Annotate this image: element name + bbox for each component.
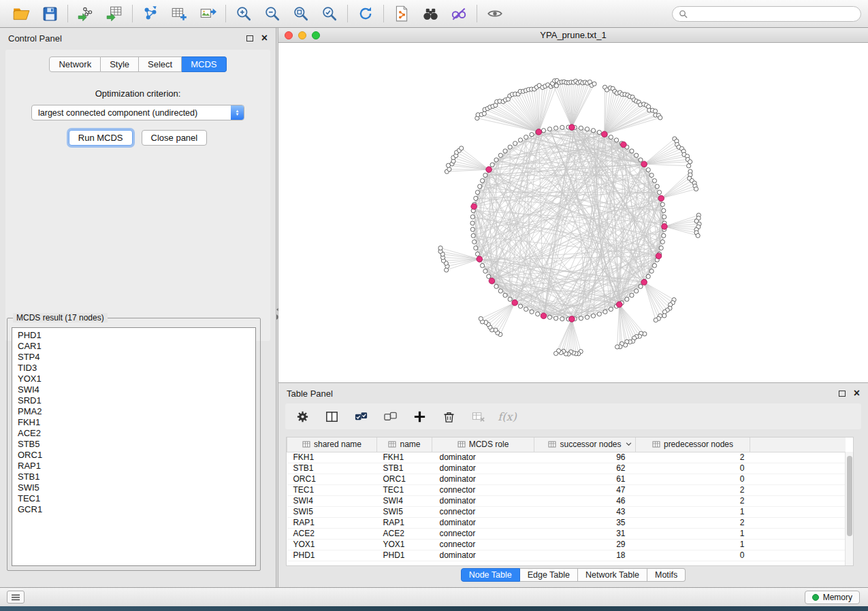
table-row[interactable]: SWI5SWI5connector431 — [287, 506, 846, 517]
dominator-node[interactable] — [616, 301, 622, 308]
optimization-criterion-select[interactable]: largest connected component (undirected)… — [31, 105, 244, 120]
column-header-successor-nodes[interactable]: successor nodes — [534, 437, 636, 452]
float-panel-icon[interactable] — [246, 35, 253, 42]
dominator-node[interactable] — [602, 131, 608, 137]
column-header-mcds-role[interactable]: MCDS role — [432, 437, 534, 452]
zoom-selected-button[interactable] — [315, 2, 344, 25]
network-node[interactable] — [657, 191, 661, 195]
network-node[interactable] — [530, 310, 534, 314]
network-node[interactable] — [609, 135, 613, 139]
network-node[interactable] — [518, 138, 522, 142]
network-node[interactable] — [553, 316, 558, 320]
dominator-node[interactable] — [621, 142, 627, 148]
network-node[interactable] — [658, 116, 662, 120]
network-node[interactable] — [470, 221, 475, 225]
result-node[interactable]: CAR1 — [12, 341, 255, 352]
network-node[interactable] — [547, 315, 551, 319]
network-node[interactable] — [483, 269, 487, 273]
network-node[interactable] — [518, 304, 522, 308]
network-node[interactable] — [655, 184, 659, 188]
result-node[interactable]: RAP1 — [12, 461, 255, 472]
mcds-result-list[interactable]: PHD1CAR1STP4TID3YOX1SWI4SRD1PMA2FKH1ACE2… — [12, 327, 256, 566]
result-node[interactable]: ORC1 — [12, 450, 255, 461]
import-network-button[interactable] — [71, 2, 100, 25]
network-node[interactable] — [625, 297, 629, 301]
search-network-button[interactable] — [416, 2, 445, 25]
result-node[interactable]: PMA2 — [12, 406, 255, 417]
dominator-node[interactable] — [477, 257, 483, 263]
network-node[interactable] — [654, 318, 658, 322]
network-node[interactable] — [513, 142, 517, 146]
result-node[interactable]: SRD1 — [12, 395, 255, 406]
table-row[interactable]: SWI4SWI4dominator462 — [287, 495, 846, 506]
network-node[interactable] — [478, 184, 482, 188]
result-node[interactable]: STB1 — [12, 472, 255, 482]
delete-column-button[interactable] — [437, 406, 460, 427]
network-node[interactable] — [474, 196, 478, 200]
network-node[interactable] — [662, 215, 666, 219]
result-node[interactable]: YOX1 — [12, 374, 255, 384]
table-row[interactable]: RAP1RAP1dominator352 — [287, 517, 846, 528]
result-node[interactable]: SWI5 — [12, 482, 255, 493]
network-node[interactable] — [475, 252, 479, 256]
network-node[interactable] — [490, 163, 494, 167]
network-node[interactable] — [470, 215, 475, 219]
network-node[interactable] — [662, 233, 666, 237]
network-node[interactable] — [649, 173, 654, 177]
dominator-node[interactable] — [541, 313, 547, 319]
tab-style[interactable]: Style — [101, 56, 139, 72]
table-row[interactable]: YOX1YOX1connector291 — [287, 539, 846, 550]
network-node[interactable] — [460, 146, 464, 150]
network-canvas[interactable] — [278, 43, 868, 382]
network-node[interactable] — [652, 263, 656, 267]
column-header-predecessor-nodes[interactable]: predecessor nodes — [636, 437, 750, 452]
delete-table-button[interactable] — [466, 406, 489, 427]
memory-button[interactable]: Memory — [805, 591, 860, 604]
network-node[interactable] — [688, 160, 692, 164]
refresh-button[interactable] — [351, 2, 380, 25]
tab-network[interactable]: Network — [49, 56, 101, 72]
network-window-titlebar[interactable]: YPA_prune.txt_1 — [278, 28, 868, 43]
result-node[interactable]: TEC1 — [12, 493, 255, 504]
network-node[interactable] — [662, 208, 666, 212]
network-node[interactable] — [597, 312, 601, 316]
network-node[interactable] — [634, 153, 639, 157]
network-node[interactable] — [524, 135, 528, 139]
network-node[interactable] — [639, 284, 643, 288]
result-node[interactable]: STB5 — [12, 439, 255, 450]
network-node[interactable] — [508, 145, 512, 149]
network-node[interactable] — [536, 312, 540, 316]
network-node[interactable] — [591, 314, 595, 318]
network-node[interactable] — [579, 126, 583, 130]
network-node[interactable] — [483, 173, 487, 177]
tab-network-table[interactable]: Network Table — [578, 568, 647, 582]
network-node[interactable] — [553, 351, 558, 355]
network-node[interactable] — [630, 293, 634, 297]
network-node[interactable] — [447, 167, 451, 171]
dominator-node[interactable] — [569, 125, 575, 131]
result-node[interactable]: ACE2 — [12, 428, 255, 439]
tab-select[interactable]: Select — [139, 56, 182, 72]
network-node[interactable] — [503, 293, 507, 297]
table-row[interactable]: PHD1PHD1dominator180 — [287, 550, 846, 561]
hide-selection-button[interactable] — [445, 2, 473, 25]
network-node[interactable] — [503, 149, 507, 153]
network-node[interactable] — [530, 133, 534, 137]
network-node[interactable] — [438, 246, 443, 250]
network-node[interactable] — [487, 274, 491, 278]
network-node[interactable] — [660, 240, 664, 244]
network-node[interactable] — [472, 240, 477, 244]
result-node[interactable]: SWI4 — [12, 384, 255, 395]
select-all-columns-button[interactable] — [349, 406, 372, 427]
table-row[interactable]: STB1STB1dominator620 — [287, 463, 846, 474]
dominator-node[interactable] — [662, 224, 668, 230]
table-row[interactable]: FKH1FKH1dominator962 — [287, 452, 846, 463]
unselect-all-columns-button[interactable] — [379, 406, 402, 427]
network-node[interactable] — [524, 307, 528, 311]
result-node[interactable]: TID3 — [12, 363, 255, 374]
dominator-node[interactable] — [471, 203, 477, 210]
network-node[interactable] — [480, 179, 484, 183]
network-node[interactable] — [653, 109, 657, 113]
result-node[interactable]: FKH1 — [12, 417, 255, 428]
network-node[interactable] — [482, 112, 486, 116]
